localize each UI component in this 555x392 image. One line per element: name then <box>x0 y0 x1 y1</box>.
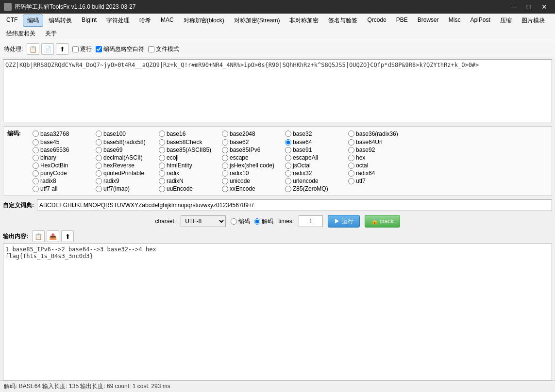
encoding-radio-urlencode[interactable] <box>285 178 291 184</box>
menu-item-非对称加密[interactable]: 非对称加密 <box>285 15 323 27</box>
encoding-item-base85ipv6[interactable]: base85IPv6 <box>222 147 285 153</box>
encoding-item-unicode[interactable]: unicode <box>222 178 285 184</box>
encoding-radio-radix64[interactable] <box>348 170 354 177</box>
encoding-radio-jsHex[interactable] <box>222 163 228 169</box>
encoding-item-radix8[interactable]: radix8 <box>33 178 96 184</box>
minimize-button[interactable]: ─ <box>506 0 520 14</box>
encoding-item-octal[interactable]: octal <box>348 162 411 169</box>
encoding-radio-base64[interactable] <box>285 139 291 146</box>
encoding-radio-utf7[interactable] <box>348 178 354 184</box>
encoding-radio-base64Url[interactable] <box>348 139 354 146</box>
menu-item-关于[interactable]: 关于 <box>41 28 61 40</box>
menu-item-压缩[interactable]: 压缩 <box>496 15 516 27</box>
encoding-item-quotedPrintable[interactable]: quotedPrintable <box>96 170 159 177</box>
output-export-button[interactable]: 📤 <box>47 230 59 242</box>
encoding-radio-base36radix36[interactable] <box>348 131 354 137</box>
encoding-radio-base58Check[interactable] <box>159 139 165 146</box>
encoding-radio-radixN[interactable] <box>159 178 165 184</box>
encoding-radio-base69[interactable] <box>96 147 102 153</box>
menu-item-Qrcode[interactable]: Qrcode <box>363 15 390 27</box>
encoding-item-hexReverse[interactable]: hexReverse <box>96 162 159 169</box>
menu-item-对称加密(block)[interactable]: 对称加密(block) <box>179 15 229 27</box>
encoding-radio-decimalASCII[interactable] <box>96 155 102 161</box>
charset-select[interactable]: UTF-8GBKGB2312UTF-16ISO-8859-1 <box>181 215 226 227</box>
encoding-item-punyCode[interactable]: punyCode <box>33 170 96 177</box>
encoding-item-base85ascii85[interactable]: base85(ASCII85) <box>159 147 222 153</box>
menu-item-编码转换[interactable]: 编码转换 <box>44 15 76 27</box>
encoding-radio-escape[interactable] <box>222 155 228 161</box>
custom-dict-input[interactable] <box>37 199 552 211</box>
encoding-item-xxEncode[interactable]: xxEncode <box>222 185 285 192</box>
encoding-radio-jsOctal[interactable] <box>285 163 291 169</box>
ignore-space-checkbox[interactable] <box>96 46 102 52</box>
encoding-item-base58Check[interactable]: base58Check <box>159 139 222 146</box>
encoding-item-utf7all[interactable]: utf7 all <box>33 185 96 192</box>
encoding-radio-radix8[interactable] <box>33 178 39 184</box>
encoding-radio-octal[interactable] <box>348 163 354 169</box>
menu-item-BigInt[interactable]: BigInt <box>77 15 101 27</box>
encoding-radio-escapeAll[interactable] <box>285 155 291 161</box>
encoding-radio-binary[interactable] <box>33 155 39 161</box>
encode-radio-item[interactable]: 编码 <box>231 217 250 226</box>
close-button[interactable]: ✕ <box>538 0 551 14</box>
encoding-radio-base92[interactable] <box>348 147 354 153</box>
encoding-item-base92[interactable]: base92 <box>348 147 411 153</box>
crack-button[interactable]: 🔒 crack <box>365 215 400 228</box>
encoding-item-urlencode[interactable]: urlencode <box>285 178 348 184</box>
encoding-item-decimalASCII[interactable]: decimal(ASCII) <box>96 154 159 161</box>
menu-item-CTF[interactable]: CTF <box>2 15 22 27</box>
maximize-button[interactable]: □ <box>522 0 536 14</box>
decode-radio[interactable] <box>254 218 260 225</box>
input-textarea[interactable] <box>3 60 552 122</box>
encoding-radio-utf7all[interactable] <box>33 186 39 192</box>
ignore-space-label[interactable]: 编码忽略空白符 <box>103 45 144 53</box>
encoding-item-base64[interactable]: base64 <box>285 139 348 146</box>
encoding-radio-base32[interactable] <box>285 131 291 137</box>
encoding-radio-Z85ZeroMQ[interactable] <box>285 186 291 192</box>
encoding-item-escapeAll[interactable]: escapeAll <box>285 154 348 161</box>
encoding-item-base91[interactable]: base91 <box>285 147 348 153</box>
encoding-radio-xxEncode[interactable] <box>222 186 228 192</box>
encode-radio[interactable] <box>231 218 237 225</box>
encoding-radio-base65536[interactable] <box>33 147 39 153</box>
encoding-radio-base62[interactable] <box>222 139 228 146</box>
encoding-radio-radix9[interactable] <box>96 178 102 184</box>
encoding-radio-quotedPrintable[interactable] <box>96 170 102 177</box>
encoding-item-base100[interactable]: base100 <box>96 131 159 137</box>
encoding-item-binary[interactable]: binary <box>33 154 96 161</box>
file-mode-checkbox[interactable] <box>148 46 154 52</box>
copy-button[interactable]: 📄 <box>41 43 54 55</box>
encoding-radio-basa32768[interactable] <box>33 131 39 137</box>
menu-item-哈希[interactable]: 哈希 <box>135 15 155 27</box>
encoding-item-utf7imap[interactable]: utf7(imap) <box>96 185 159 192</box>
encoding-item-escape[interactable]: escape <box>222 154 285 161</box>
upload-button[interactable]: ⬆ <box>56 43 68 55</box>
encoding-item-Z85ZeroMQ[interactable]: Z85(ZeroMQ) <box>285 185 348 192</box>
step-label[interactable]: 逐行 <box>80 45 92 53</box>
step-checkbox[interactable] <box>72 46 79 52</box>
encoding-radio-HexOctBin[interactable] <box>33 163 39 169</box>
encoding-radio-base16[interactable] <box>159 131 165 137</box>
menu-item-ApiPost[interactable]: ApiPost <box>466 15 494 27</box>
menu-item-签名与验签[interactable]: 签名与验签 <box>324 15 362 27</box>
encoding-radio-utf7imap[interactable] <box>96 186 102 192</box>
encoding-item-radix10[interactable]: radix10 <box>222 170 285 177</box>
encoding-radio-base2048[interactable] <box>222 131 228 137</box>
encoding-item-base69[interactable]: base69 <box>96 147 159 153</box>
encoding-item-base64Url[interactable]: base64Url <box>348 139 411 146</box>
encoding-item-base2048[interactable]: base2048 <box>222 131 285 137</box>
menu-item-Browser[interactable]: Browser <box>413 15 443 27</box>
run-button[interactable]: ▶ 运行 <box>328 215 359 228</box>
encoding-radio-radix32[interactable] <box>285 170 291 177</box>
encoding-item-radix[interactable]: radix <box>159 170 222 177</box>
encoding-item-jsHex[interactable]: jsHex(shell code) <box>222 162 285 169</box>
menu-item-对称加密(Stream)[interactable]: 对称加密(Stream) <box>230 15 285 27</box>
encoding-radio-unicode[interactable] <box>222 178 228 184</box>
menu-item-字符处理[interactable]: 字符处理 <box>102 15 134 27</box>
encoding-radio-hex[interactable] <box>348 155 354 161</box>
menu-item-Misc[interactable]: Misc <box>444 15 465 27</box>
encoding-item-utf7[interactable]: utf7 <box>348 178 411 184</box>
encoding-item-base16[interactable]: base16 <box>159 131 222 137</box>
encoding-radio-radix10[interactable] <box>222 170 228 177</box>
menu-item-PBE[interactable]: PBE <box>392 15 412 27</box>
